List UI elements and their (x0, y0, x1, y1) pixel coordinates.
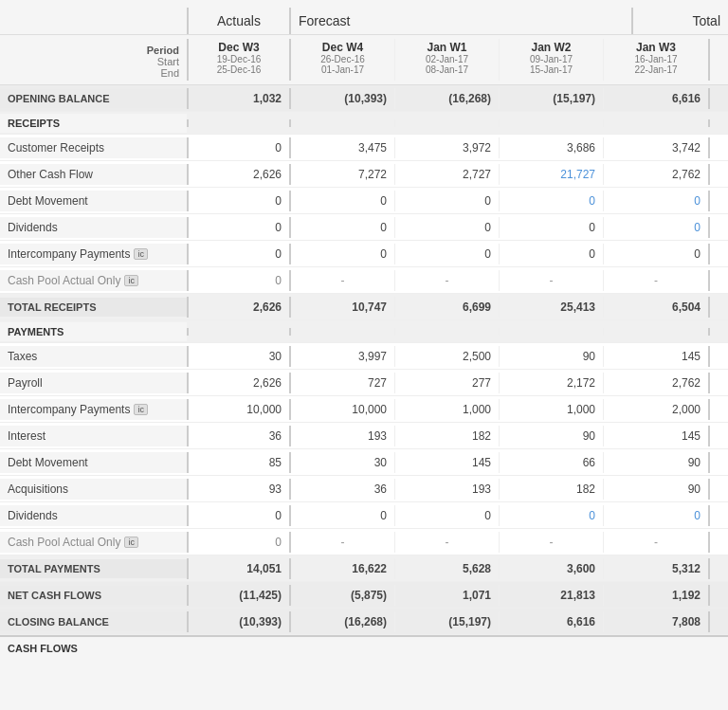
total-period-header (710, 39, 728, 81)
net-cash-flows-row: Net Cash Flows (11,425) (5,875) 1,071 21… (0, 582, 728, 609)
total-group-label: Total (633, 8, 728, 34)
cash-flows-footer: CASH FLOWS (0, 635, 728, 660)
main-container: Actuals Forecast Total Period Start End … (0, 0, 728, 660)
total-receipts-label: Total Receipts (0, 298, 187, 317)
payments-header-label: PAYMENTS (0, 322, 187, 341)
customer-receipts-row: Customer Receipts 0 3,475 3,972 3,686 3,… (0, 135, 728, 161)
total-payments-row: Total Payments 14,051 16,622 5,628 3,600… (0, 555, 728, 582)
cr-actuals: 0 (187, 137, 291, 158)
cash-pool-payments-row: Cash Pool Actual Only ic 0 - - - - 0 (0, 529, 728, 555)
ob-f3: 6,616 (604, 88, 708, 109)
interest-row: Interest 36 193 182 90 145 1,591 (0, 423, 728, 449)
opening-balance-row: Opening Balance 1,032 (10,393) (16,268) … (0, 85, 728, 112)
forecast-col-0: Dec W4 26-Dec-16 01-Jan-17 (291, 39, 395, 81)
receipts-header-label: RECEIPTS (0, 114, 187, 133)
other-cash-flow-label: Other Cash Flow (0, 164, 187, 185)
receipts-header-row: RECEIPTS (0, 112, 728, 135)
actuals-period-header: Dec W3 19-Dec-16 25-Dec-16 (187, 39, 291, 81)
ic-badge-pool-receipts: ic (124, 275, 138, 286)
dividends-receipts-row: Dividends 0 0 0 0 0 5,541 (0, 214, 728, 241)
total-receipts-row: Total Receipts 2,626 10,747 6,699 25,413… (0, 294, 728, 320)
debt-movement-payments-row: Debt Movement 85 30 145 66 90 706 (0, 449, 728, 476)
ob-f2: (15,197) (500, 88, 604, 109)
actuals-group-label: Actuals (187, 8, 291, 34)
forecast-group-label: Forecast (291, 8, 633, 34)
ob-f1: (16,268) (395, 88, 500, 109)
taxes-row: Taxes 30 3,997 2,500 90 145 6,907 (0, 343, 728, 370)
payments-header-row: PAYMENTS (0, 320, 728, 343)
acquisitions-row: Acquisitions 93 36 193 182 90 1,377 (0, 476, 728, 502)
net-cash-flows-label: Net Cash Flows (0, 586, 187, 605)
closing-balance-label: Closing Balance (0, 612, 187, 631)
forecast-col-1: Jan W1 02-Jan-17 08-Jan-17 (395, 39, 500, 81)
opening-balance-label: Opening Balance (0, 89, 187, 108)
debt-movement-receipts-label: Debt Movement (0, 191, 187, 211)
cash-flows-label: CASH FLOWS (8, 643, 78, 654)
debt-movement-receipts-row: Debt Movement 0 0 0 0 0 0 (0, 188, 728, 214)
dividends-payments-row: Dividends 0 0 0 0 0 78 (0, 502, 728, 529)
forecast-col-2: Jan W2 09-Jan-17 15-Jan-17 (500, 39, 604, 81)
opening-balance-total: 1,032 (710, 88, 728, 109)
ic-badge-receipts: ic (134, 248, 148, 260)
ic-badge-pool-payments: ic (124, 537, 138, 548)
intercompany-receipts-label: Intercompany Payments ic (0, 244, 187, 264)
period-col-label (0, 8, 187, 34)
customer-receipts-label: Customer Receipts (0, 137, 187, 158)
cash-pool-receipts-label: Cash Pool Actual Only ic (0, 270, 187, 291)
payroll-row: Payroll 2,626 727 277 2,172 2,762 61,647 (0, 370, 728, 396)
total-payments-label: Total Payments (0, 559, 187, 578)
period-label: Period Start End (0, 39, 187, 81)
intercompany-receipts-row: Intercompany Payments ic 0 0 0 0 0 0 (0, 241, 728, 267)
forecast-col-3: Jan W3 16-Jan-17 22-Jan-17 (604, 39, 708, 81)
cash-pool-receipts-row: Cash Pool Actual Only ic 0 - - - - 0 (0, 267, 728, 294)
closing-balance-row: Closing Balance (10,393) (16,268) (15,19… (0, 609, 728, 635)
dividends-receipts-label: Dividends (0, 217, 187, 238)
forecast-period-headers: Dec W4 26-Dec-16 01-Jan-17 Jan W1 02-Jan… (291, 39, 710, 81)
intercompany-payments-row: Intercompany Payments ic 10,000 10,000 1… (0, 396, 728, 423)
opening-balance-actuals: 1,032 (187, 88, 291, 109)
opening-balance-forecast: (10,393) (16,268) (15,197) 6,616 (291, 88, 710, 109)
other-cash-flow-row: Other Cash Flow 2,626 7,272 2,727 21,727… (0, 161, 728, 188)
ic-badge-payments: ic (134, 404, 148, 415)
ob-f0: (10,393) (291, 88, 395, 109)
